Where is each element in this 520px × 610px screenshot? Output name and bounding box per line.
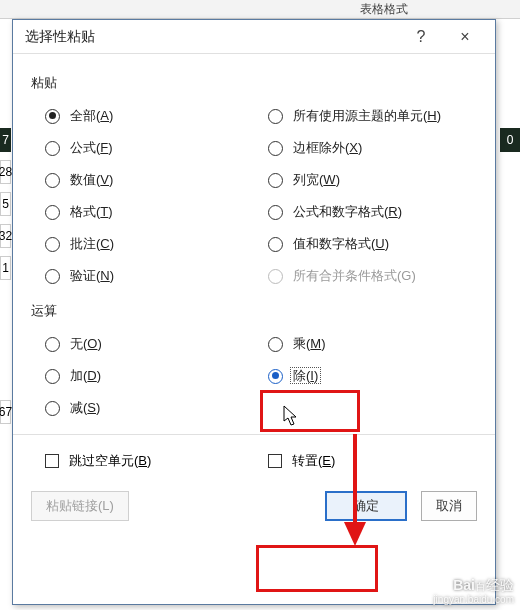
radio-icon (268, 337, 283, 352)
radio-all[interactable]: 全部(A) (31, 100, 254, 132)
bg-cell: 5 (0, 192, 11, 216)
radio-multiply[interactable]: 乘(M) (254, 328, 477, 360)
dialog-title: 选择性粘贴 (25, 28, 399, 46)
radio-icon (45, 205, 60, 220)
radio-icon (268, 369, 283, 384)
radio-icon (45, 269, 60, 284)
bg-cell: 0 (500, 128, 520, 152)
paste-options: 全部(A) 公式(F) 数值(V) 格式(T) 批注(C) (31, 100, 477, 292)
radio-icon (268, 269, 283, 284)
radio-icon (268, 173, 283, 188)
checkbox-row: 跳过空单元(B) 转置(E) (31, 445, 477, 477)
radio-add[interactable]: 加(D) (31, 360, 254, 392)
button-row: 粘贴链接(L) 确定 取消 (31, 491, 477, 521)
close-button[interactable]: × (443, 22, 487, 52)
radio-icon (45, 369, 60, 384)
radio-icon (45, 401, 60, 416)
section-operation-label: 运算 (31, 302, 477, 320)
radio-validation[interactable]: 验证(N) (31, 260, 254, 292)
radio-source-theme[interactable]: 所有使用源主题的单元(H) (254, 100, 477, 132)
ok-button[interactable]: 确定 (325, 491, 407, 521)
bg-cell: 7 (0, 128, 11, 152)
radio-icon (268, 205, 283, 220)
radio-values[interactable]: 数值(V) (31, 164, 254, 196)
radio-icon (45, 337, 60, 352)
radio-except-border[interactable]: 边框除外(X) (254, 132, 477, 164)
section-paste-label: 粘贴 (31, 74, 477, 92)
radio-col-width[interactable]: 列宽(W) (254, 164, 477, 196)
checkbox-transpose[interactable]: 转置(E) (254, 445, 477, 477)
radio-formats[interactable]: 格式(T) (31, 196, 254, 228)
bg-cell: 67 (0, 400, 11, 424)
radio-formula-num-format[interactable]: 公式和数字格式(R) (254, 196, 477, 228)
checkbox-icon (268, 454, 282, 468)
radio-comments[interactable]: 批注(C) (31, 228, 254, 260)
radio-icon (45, 141, 60, 156)
bg-cell: 28 (0, 160, 11, 184)
cancel-button[interactable]: 取消 (421, 491, 477, 521)
radio-none[interactable]: 无(O) (31, 328, 254, 360)
radio-merge-cond-format: 所有合并条件格式(G) (254, 260, 477, 292)
radio-icon (45, 173, 60, 188)
operation-options: 无(O) 加(D) 减(S) 乘(M) 除(I) (31, 328, 477, 424)
checkbox-icon (45, 454, 59, 468)
bg-cell: 1 (0, 256, 11, 280)
bg-cell: 32 (0, 224, 11, 248)
radio-icon (268, 237, 283, 252)
ribbon-group-label: 表格格式 (360, 1, 408, 18)
separator (13, 434, 495, 435)
radio-icon (268, 109, 283, 124)
radio-icon (45, 237, 60, 252)
radio-value-num-format[interactable]: 值和数字格式(U) (254, 228, 477, 260)
paste-link-button: 粘贴链接(L) (31, 491, 129, 521)
radio-subtract[interactable]: 减(S) (31, 392, 254, 424)
paste-special-dialog: 选择性粘贴 ? × 粘贴 全部(A) 公式(F) 数值(V) (12, 19, 496, 605)
radio-icon (268, 141, 283, 156)
help-button[interactable]: ? (399, 22, 443, 52)
radio-formulas[interactable]: 公式(F) (31, 132, 254, 164)
radio-divide[interactable]: 除(I) (254, 360, 477, 392)
radio-icon (45, 109, 60, 124)
titlebar: 选择性粘贴 ? × (13, 20, 495, 54)
checkbox-skip-blanks[interactable]: 跳过空单元(B) (31, 445, 254, 477)
